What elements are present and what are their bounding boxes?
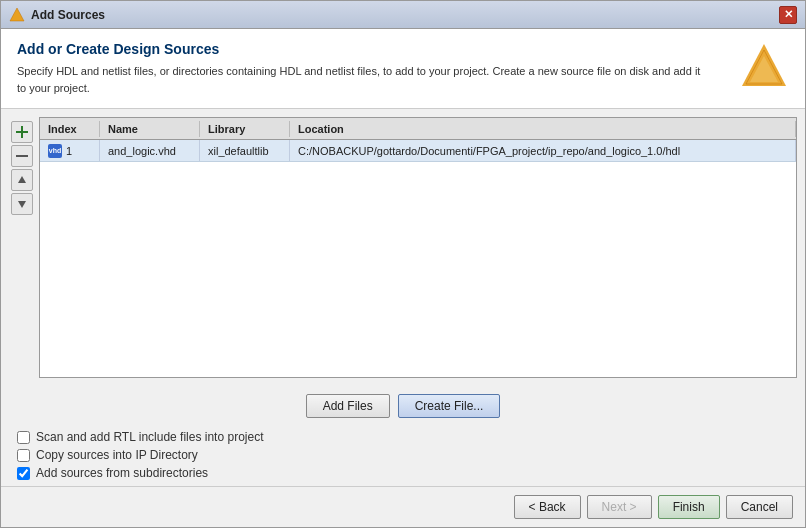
create-file-button[interactable]: Create File...	[398, 394, 501, 418]
col-name: Name	[100, 121, 200, 137]
app-icon	[9, 7, 25, 23]
title-bar-left: Add Sources	[9, 7, 105, 23]
add-row-button[interactable]	[11, 121, 33, 143]
scan-rtl-checkbox[interactable]	[17, 431, 30, 444]
move-up-button[interactable]	[11, 169, 33, 191]
dialog-title: Add Sources	[31, 8, 105, 22]
footer: < Back Next > Finish Cancel	[1, 486, 805, 527]
file-table: Index Name Library Location vhd 1 and_lo…	[39, 117, 797, 378]
svg-rect-6	[16, 131, 28, 133]
vivado-logo-icon	[740, 42, 788, 90]
svg-marker-9	[18, 201, 26, 208]
next-button[interactable]: Next >	[587, 495, 652, 519]
header-logo	[739, 41, 789, 91]
cell-location: C:/NOBACKUP/gottardo/Documenti/FPGA_proj…	[290, 140, 796, 161]
dialog-body: Add or Create Design Sources Specify HDL…	[1, 29, 805, 527]
add-subdirs-label: Add sources from subdirectories	[36, 466, 208, 480]
cell-name: and_logic.vhd	[100, 140, 200, 161]
svg-marker-8	[18, 176, 26, 183]
plus-icon	[15, 125, 29, 139]
add-subdirs-row: Add sources from subdirectories	[17, 466, 789, 480]
svg-marker-0	[10, 8, 24, 21]
arrow-up-icon	[17, 175, 27, 185]
vhdl-icon: vhd	[48, 144, 62, 158]
add-files-button[interactable]: Add Files	[306, 394, 390, 418]
scan-rtl-label: Scan and add RTL include files into proj…	[36, 430, 263, 444]
copy-sources-label: Copy sources into IP Directory	[36, 448, 198, 462]
header-title: Add or Create Design Sources	[17, 41, 739, 57]
table-row[interactable]: vhd 1 and_logic.vhd xil_defaultlib C:/NO…	[40, 140, 796, 162]
title-bar: Add Sources ✕	[1, 1, 805, 29]
copy-sources-row: Copy sources into IP Directory	[17, 448, 789, 462]
toolbar-col	[9, 117, 35, 378]
cell-library: xil_defaultlib	[200, 140, 290, 161]
table-header: Index Name Library Location	[40, 118, 796, 140]
header-text: Add or Create Design Sources Specify HDL…	[17, 41, 739, 96]
content-area: Index Name Library Location vhd 1 and_lo…	[1, 109, 805, 386]
remove-row-button[interactable]	[11, 145, 33, 167]
header-desc: Specify HDL and netlist files, or direct…	[17, 63, 739, 96]
cell-index: vhd 1	[40, 140, 100, 161]
add-subdirs-checkbox[interactable]	[17, 467, 30, 480]
add-sources-dialog: Add Sources ✕ Add or Create Design Sourc…	[0, 0, 806, 528]
header-section: Add or Create Design Sources Specify HDL…	[1, 29, 805, 109]
finish-button[interactable]: Finish	[658, 495, 720, 519]
col-location: Location	[290, 121, 796, 137]
file-button-row: Add Files Create File...	[1, 386, 805, 424]
svg-rect-7	[16, 155, 28, 157]
move-down-button[interactable]	[11, 193, 33, 215]
close-button[interactable]: ✕	[779, 6, 797, 24]
options-area: Scan and add RTL include files into proj…	[1, 424, 805, 486]
cancel-button[interactable]: Cancel	[726, 495, 793, 519]
scan-rtl-row: Scan and add RTL include files into proj…	[17, 430, 789, 444]
back-button[interactable]: < Back	[514, 495, 581, 519]
table-body: vhd 1 and_logic.vhd xil_defaultlib C:/NO…	[40, 140, 796, 377]
col-index: Index	[40, 121, 100, 137]
col-library: Library	[200, 121, 290, 137]
copy-sources-checkbox[interactable]	[17, 449, 30, 462]
minus-icon	[15, 154, 29, 158]
arrow-down-icon	[17, 199, 27, 209]
